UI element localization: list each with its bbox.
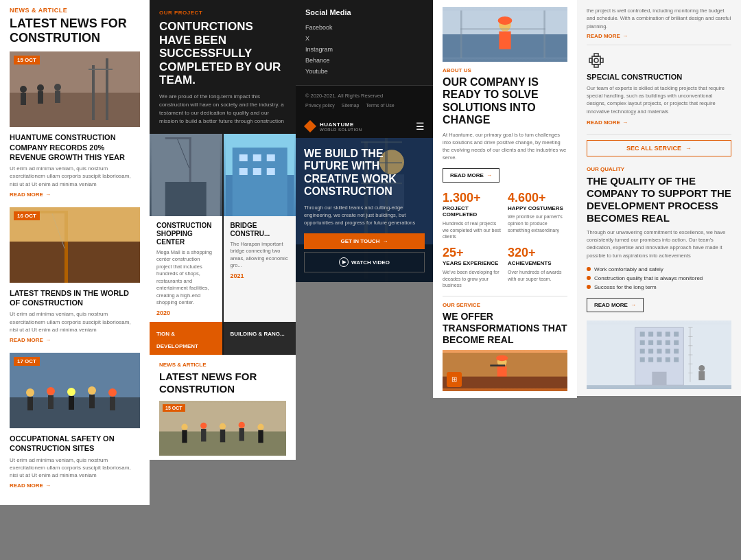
svg-rect-46 (182, 430, 187, 443)
svg-rect-95 (666, 340, 670, 345)
col5-read-more2[interactable]: READ MORE (587, 119, 731, 126)
col2-project-section: OUR PROJECT CONTURCTIONS HAVE BEEN SUCCE… (150, 0, 296, 132)
project-main-title: CONTURCTIONS HAVE BEEN SUCCESSFULLY COMP… (159, 20, 286, 87)
col2-service-bar2[interactable]: BUILDING & RANG... (224, 322, 296, 355)
col2-news-date: 15 OCT (163, 404, 185, 412)
news-card-3-title: OCCUPATIONAL SAFETY ON CONSTRUCTION SITE… (10, 434, 140, 454)
col5-divider1 (587, 45, 731, 45)
news-card-2-title: LATEST TRENDS IN THE WORLD OF CONSTRUCTI… (10, 288, 140, 308)
col2-service-bar: TION & DEVELOPMENT BUILDING & RANG... (150, 322, 296, 355)
news-card-1-image: 15 OCT (10, 51, 140, 127)
phone-header: HUANTUME WORLD SOLUTION ☰ (296, 115, 433, 138)
hamburger-icon[interactable]: ☰ (416, 121, 425, 132)
logo-diamond-icon (304, 120, 316, 132)
col4-read-more-button[interactable]: READ MORE (443, 168, 499, 183)
service-main-title: WE OFFER TRANSFORMATIONS THAT BECOME REA… (443, 311, 567, 345)
special-construction-icon (587, 51, 606, 70)
svg-rect-67 (499, 32, 510, 49)
svg-rect-83 (600, 58, 603, 62)
col5-read-more3[interactable]: READ MORE (587, 298, 644, 312)
svg-rect-97 (640, 349, 645, 353)
project-main-desc: We are proud of the long-term impact thi… (159, 93, 286, 126)
svg-point-53 (257, 423, 263, 430)
our-service-label: OUR SERVICE (443, 302, 567, 308)
news-card-2: 16 OCT LATEST TRENDS IN THE WORLD OF CON… (10, 207, 140, 343)
svg-rect-41 (252, 168, 261, 175)
social-media-title: Social Media (305, 8, 423, 16)
svg-point-2 (20, 86, 27, 93)
our-project-label: OUR PROJECT (159, 10, 286, 16)
news-card-1-date: 15 OCT (14, 56, 40, 65)
svg-rect-100 (666, 349, 670, 353)
col5-read-more-top[interactable]: READ MORE (587, 33, 731, 39)
svg-rect-60 (361, 141, 402, 143)
stat-customers-desc: We prioritise our parnert's opinion to p… (508, 213, 567, 233)
column-3-phone: Social Media Facebook X Instagram Behanc… (296, 0, 433, 282)
stat-achievements: 320+ ACHIEVEMENTS Over hundreds of award… (508, 246, 567, 289)
footer-privacy[interactable]: Privacy policy (305, 103, 335, 108)
news-card-2-image: 16 OCT (10, 207, 140, 283)
svg-point-76 (496, 355, 508, 361)
svg-rect-104 (657, 357, 661, 362)
stat-customers-label: HAPPY COSTUMERS (508, 205, 567, 212)
col5-divider2 (587, 134, 731, 135)
svg-rect-69 (460, 10, 462, 58)
footer-sitemap[interactable]: Sitemap (342, 103, 360, 108)
svg-rect-71 (460, 28, 545, 30)
svg-rect-7 (55, 91, 60, 103)
svg-rect-80 (594, 54, 598, 56)
svg-rect-1 (10, 93, 140, 127)
column-1-news: NEWS & ARTICLE LATEST NEWS FOR CONSTRUTI… (0, 0, 150, 505)
svg-rect-48 (201, 429, 206, 442)
svg-rect-89 (657, 331, 661, 336)
news-card-1-read-more[interactable]: READ MORE (10, 191, 140, 198)
play-icon: ▶ (339, 257, 349, 267)
svg-rect-28 (110, 397, 115, 410)
phone-logo: HUANTUME WORLD SOLUTION (304, 120, 362, 132)
project1-year: 2020 (156, 310, 215, 316)
phone-hero-content: WE BUILD THE FUTURE WITH CREATIVE WORK C… (304, 148, 425, 272)
svg-rect-98 (648, 349, 653, 353)
col5-top-desc: the project is well controlled, includin… (587, 7, 731, 30)
bullet-3: Success for the long term (587, 283, 731, 292)
logo-name: HUANTUME (320, 121, 362, 128)
social-youtube[interactable]: Youtube (305, 66, 423, 77)
footer-links: Privacy policy Sitemap Terms of Use (305, 103, 423, 108)
svg-rect-20 (27, 397, 33, 410)
bullet-1: Work comfortably and safely (587, 265, 731, 274)
svg-rect-91 (674, 331, 679, 336)
social-facebook[interactable]: Facebook (305, 22, 423, 33)
col2-service-bar1[interactable]: TION & DEVELOPMENT (150, 322, 222, 355)
column-2-projects: OUR PROJECT CONTURCTIONS HAVE BEEN SUCCE… (150, 0, 296, 460)
stat-achievements-num: 320+ (508, 246, 567, 260)
news-card-2-read-more[interactable]: READ MORE (10, 337, 140, 343)
stat-customers: 4.600+ HAPPY COSTUMERS We prioritise our… (508, 191, 567, 241)
stat-customers-num: 4.600+ (508, 191, 567, 205)
svg-rect-10 (89, 69, 113, 70)
col2-project-card1: CONSTRUCTION SHOPPING CENTER Mega Mall i… (150, 216, 222, 322)
col2-project-cards: CONSTRUCTION SHOPPING CENTER Mega Mall i… (150, 216, 296, 322)
stat-projects: 1.300+ PROJECT COMPLETED Hundreds of rea… (443, 191, 502, 241)
svg-point-25 (88, 386, 96, 395)
svg-rect-38 (252, 154, 261, 161)
stat-achievements-label: ACHIEVEMENTS (508, 260, 567, 267)
social-behance[interactable]: Behance (305, 55, 423, 66)
svg-rect-106 (674, 357, 679, 362)
svg-rect-87 (640, 331, 645, 336)
svg-rect-54 (258, 430, 263, 443)
quality-bullets: Work comfortably and safely Construction… (587, 265, 731, 292)
copyright-text: © 2020-2021. All Rights Reserved (305, 93, 423, 99)
logo-text-block: HUANTUME WORLD SOLUTION (320, 121, 362, 132)
get-in-touch-button[interactable]: GET IN TOUCH → (304, 233, 425, 249)
social-x[interactable]: X (305, 33, 423, 44)
footer-terms[interactable]: Terms of Use (366, 103, 394, 108)
svg-point-6 (54, 84, 61, 91)
col4-hero-image (443, 7, 567, 62)
watch-video-button[interactable]: ▶ WATCH VIDEO (304, 252, 425, 272)
svg-point-115 (698, 365, 705, 371)
see-all-service-button[interactable]: SEC ALL SERVICE (587, 140, 731, 156)
logo-subtitle: WORLD SOLUTION (320, 128, 362, 132)
social-instagram[interactable]: Instagram (305, 44, 423, 55)
news-card-3-read-more[interactable]: READ MORE (10, 482, 140, 489)
svg-rect-12 (10, 242, 140, 283)
